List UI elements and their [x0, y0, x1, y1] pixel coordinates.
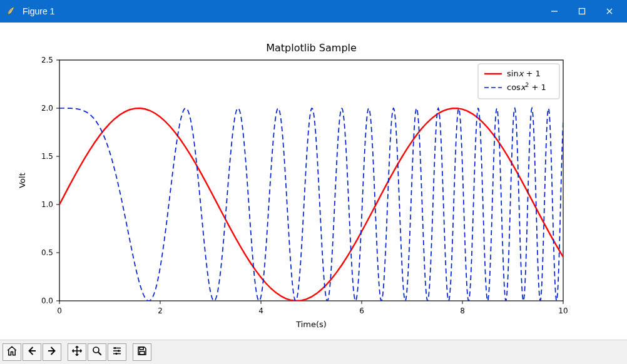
close-button[interactable] — [596, 2, 623, 21]
app-window: Figure 1 Matplotlib Sample02468100.00.51… — [0, 0, 627, 364]
svg-rect-19 — [118, 350, 120, 352]
zoom-icon — [91, 345, 103, 359]
home-icon — [6, 345, 18, 359]
y-tick-label: 0.0 — [41, 296, 53, 305]
x-tick-label: 2 — [158, 306, 163, 315]
back-button[interactable] — [23, 343, 41, 361]
arrow-right-icon — [46, 345, 58, 359]
chart-title: Matplotlib Sample — [266, 42, 357, 54]
app-icon — [5, 6, 16, 17]
x-tick-label: 4 — [258, 306, 263, 315]
x-axis-label: Time(s) — [295, 320, 327, 329]
plot-area: Matplotlib Sample02468100.00.51.01.52.02… — [0, 23, 627, 340]
series-1 — [59, 108, 563, 301]
legend: sinx + 1cosx2 + 1 — [478, 64, 559, 99]
legend-label-0: sinx + 1 — [507, 69, 541, 78]
y-axis-label: Volt — [18, 173, 27, 188]
maximize-button[interactable] — [568, 2, 596, 21]
y-tick-label: 0.5 — [41, 248, 53, 257]
y-tick-label: 2.0 — [41, 104, 53, 113]
series-0 — [59, 108, 563, 301]
maximize-icon — [578, 8, 586, 15]
window-title: Figure 1 — [23, 6, 54, 16]
x-tick-label: 10 — [558, 306, 568, 315]
x-tick-label: 0 — [57, 306, 62, 315]
x-tick-label: 8 — [460, 306, 465, 315]
save-button[interactable] — [133, 343, 151, 361]
arrow-left-icon — [26, 345, 38, 359]
svg-rect-21 — [140, 347, 143, 350]
minimize-icon — [551, 8, 558, 15]
svg-point-17 — [93, 347, 99, 353]
sliders-icon — [111, 345, 123, 359]
close-icon — [606, 8, 613, 15]
svg-rect-18 — [115, 347, 116, 349]
y-tick-label: 1.5 — [41, 152, 53, 161]
titlebar: Figure 1 — [0, 0, 627, 23]
navigation-toolbar — [0, 340, 627, 364]
y-tick-label: 1.0 — [41, 200, 53, 209]
config-button[interactable] — [108, 343, 126, 361]
x-tick-label: 6 — [359, 306, 364, 315]
svg-rect-22 — [140, 351, 145, 355]
save-icon — [136, 345, 148, 359]
y-tick-label: 2.5 — [41, 56, 53, 64]
svg-rect-20 — [116, 353, 117, 355]
minimize-button[interactable] — [541, 2, 568, 21]
svg-rect-0 — [579, 9, 585, 14]
move-icon — [71, 345, 83, 359]
home-button[interactable] — [3, 343, 21, 361]
fwd-button[interactable] — [43, 343, 61, 361]
chart: Matplotlib Sample02468100.00.51.01.52.02… — [0, 23, 627, 343]
pan-button[interactable] — [68, 343, 86, 361]
zoom-button[interactable] — [88, 343, 106, 361]
